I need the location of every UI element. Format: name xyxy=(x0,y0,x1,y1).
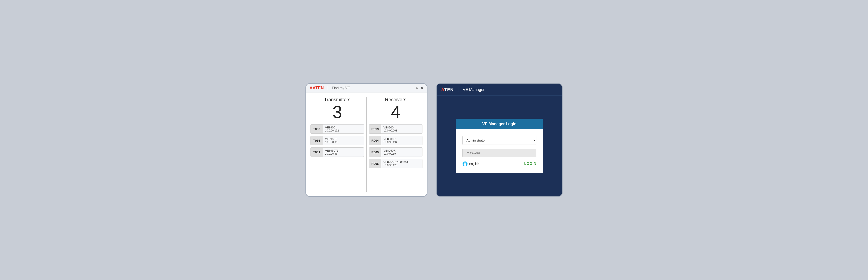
refresh-icon[interactable]: ↻ xyxy=(415,86,418,90)
login-card-header: VE Manager Login xyxy=(456,119,543,129)
device-model: VE8950R01000394... xyxy=(383,161,410,164)
findve-panel: AATEN | Find my VE ↻ ✕ Transmitters 3 T0… xyxy=(306,83,428,197)
table-row[interactable]: T000 VE8900 10.0.90.152 xyxy=(310,124,364,134)
device-ip: 10.0.90.128 xyxy=(383,164,410,167)
receivers-list: R019 VE8900 10.0.90.208 R004 VE8900R 10.… xyxy=(369,124,423,168)
login-title: VE Manager Login xyxy=(482,122,516,126)
language-text: English xyxy=(469,162,479,166)
device-ip: 10.0.90.152 xyxy=(325,129,339,132)
device-id: R019 xyxy=(369,124,381,134)
header-divider: | xyxy=(328,86,329,90)
device-ip: 10.0.90.194 xyxy=(383,141,397,144)
table-row[interactable]: R009 VE8950R 10.0.90.59 xyxy=(369,147,423,157)
table-row[interactable]: R004 VE8900R 10.0.90.194 xyxy=(369,136,423,145)
vemanager-body: VE Manager Login Administrator User 🌐 En… xyxy=(437,95,562,196)
device-id: R004 xyxy=(369,136,381,145)
username-select[interactable]: Administrator User xyxy=(462,136,536,145)
device-ip: 10.0.90.56 xyxy=(325,152,338,155)
table-row[interactable]: T016 VE8950T 10.0.90.96 xyxy=(310,136,364,145)
table-row[interactable]: R006 VE8950R01000394... 10.0.90.128 xyxy=(369,159,423,168)
device-model: VE8900 xyxy=(383,126,397,129)
header-icons: ↻ ✕ xyxy=(415,86,423,90)
vemanager-panel: ATEN VE Manager VE Manager Login Adminis… xyxy=(436,83,562,197)
login-footer: 🌐 English LOGIN xyxy=(462,161,536,169)
transmitters-label: Transmitters xyxy=(324,97,350,103)
aten-logo: AATEN xyxy=(310,86,324,90)
device-model: VE8950T1 xyxy=(325,149,338,152)
vemanager-title: VE Manager xyxy=(463,87,485,92)
findve-title: Find my VE xyxy=(332,86,350,90)
device-info: VE8950T1 10.0.90.56 xyxy=(323,148,341,157)
login-button[interactable]: LOGIN xyxy=(524,162,536,166)
device-ip: 10.0.90.59 xyxy=(383,152,396,155)
language-selector[interactable]: 🌐 English xyxy=(462,161,479,166)
device-info: VE8950T 10.0.90.96 xyxy=(323,136,340,145)
transmitters-list: T000 VE8900 10.0.90.152 T016 VE8950T 10.… xyxy=(310,124,364,157)
device-id: T000 xyxy=(311,124,323,134)
device-id: T016 xyxy=(311,136,323,145)
device-info: VE8950R01000394... 10.0.90.128 xyxy=(381,159,413,168)
transmitters-count: 3 xyxy=(333,103,342,121)
receivers-column: Receivers 4 R019 VE8900 10.0.90.208 R004… xyxy=(367,97,425,192)
device-model: VE8900 xyxy=(325,126,339,129)
device-model: VE8900R xyxy=(383,137,397,141)
device-id: R006 xyxy=(369,159,381,168)
device-info: VE8950R 10.0.90.59 xyxy=(381,148,398,157)
findve-body: Transmitters 3 T000 VE8900 10.0.90.152 T… xyxy=(306,92,427,196)
device-model: VE8950T xyxy=(325,137,338,141)
close-icon[interactable]: ✕ xyxy=(421,86,423,90)
device-ip: 10.0.90.96 xyxy=(325,141,338,144)
receivers-count: 4 xyxy=(391,103,401,121)
transmitters-column: Transmitters 3 T000 VE8900 10.0.90.152 T… xyxy=(308,97,367,192)
device-id: R009 xyxy=(369,148,381,157)
vemanager-header: ATEN VE Manager xyxy=(437,84,562,95)
table-row[interactable]: R019 VE8900 10.0.90.208 xyxy=(369,124,423,134)
device-info: VE8900 10.0.90.208 xyxy=(381,124,399,134)
login-card-body: Administrator User 🌐 English LOGIN xyxy=(456,129,543,173)
device-model: VE8950R xyxy=(383,149,396,152)
device-ip: 10.0.90.208 xyxy=(383,129,397,132)
password-input[interactable] xyxy=(462,149,536,157)
header-divider xyxy=(458,87,458,92)
receivers-label: Receivers xyxy=(385,97,406,103)
globe-icon: 🌐 xyxy=(462,161,468,166)
login-card: VE Manager Login Administrator User 🌐 En… xyxy=(456,119,543,173)
findve-header: AATEN | Find my VE ↻ ✕ xyxy=(306,84,427,92)
device-id: T001 xyxy=(311,148,323,157)
aten-logo-ve: ATEN xyxy=(441,87,454,92)
device-info: VE8900R 10.0.90.194 xyxy=(381,136,399,145)
table-row[interactable]: T001 VE8950T1 10.0.90.56 xyxy=(310,147,364,157)
device-info: VE8900 10.0.90.152 xyxy=(323,124,341,134)
